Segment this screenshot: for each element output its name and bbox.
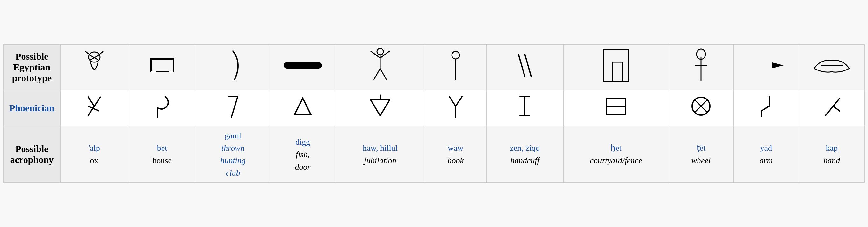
svg-point-9 [377, 49, 383, 55]
svg-line-1 [85, 51, 89, 54]
phoen-haw [336, 90, 425, 126]
proto-alphabet-table: Possible Egyptian prototype [3, 44, 865, 183]
acro-haw: haw, hillul jubilation [336, 126, 425, 183]
acro-het: ḥet courtyard/fence [563, 126, 669, 183]
acro-yad: yad arm [733, 126, 799, 183]
egypt-haw [336, 45, 425, 90]
svg-line-2 [100, 51, 103, 54]
acro-kap: kap hand [799, 126, 865, 183]
egypt-gaml [196, 45, 270, 90]
acro-bet-black: house [131, 154, 193, 167]
acro-alp: 'alp ox [60, 126, 128, 183]
egypt-yad [733, 45, 799, 90]
acrophony-row: Possible acrophony 'alp ox bet house gam… [3, 126, 865, 183]
acro-zen-black: handcuff [489, 154, 561, 167]
svg-line-14 [380, 68, 386, 80]
acro-bet: bet house [128, 126, 196, 183]
phoen-zen [486, 90, 563, 126]
acro-digg: digg fish,door [270, 126, 336, 183]
egypt-tet [669, 45, 734, 90]
egypt-alp [60, 45, 128, 90]
acro-alp-black: ox [63, 154, 126, 167]
phoen-alp [60, 90, 128, 126]
svg-line-17 [519, 54, 525, 77]
svg-rect-5 [151, 59, 173, 72]
acro-waw-black: hook [428, 154, 484, 167]
acro-haw-blue: haw, hillul [338, 142, 422, 154]
phoen-kap [799, 90, 865, 126]
svg-marker-28 [295, 98, 311, 114]
egypt-digg [270, 45, 336, 90]
svg-rect-8 [284, 62, 322, 68]
svg-line-25 [88, 96, 94, 106]
phoenician-row: Phoenician [3, 90, 865, 126]
svg-rect-20 [613, 62, 622, 81]
svg-line-13 [374, 68, 380, 80]
acro-digg-blue: digg [273, 136, 333, 148]
acro-het-black: courtyard/fence [566, 154, 666, 167]
acro-zen-blue: zen, ziqq [489, 142, 561, 154]
acro-waw: waw hook [425, 126, 486, 183]
acro-gaml-blue: gaml [199, 130, 267, 142]
acro-waw-blue: waw [428, 142, 484, 154]
egypt-row: Possible Egyptian prototype [3, 45, 865, 90]
acro-tet-black: wheel [672, 154, 731, 167]
svg-line-29 [371, 100, 380, 116]
phoen-tet [669, 90, 734, 126]
acrophony-row-header: Possible acrophony [3, 126, 61, 183]
acro-tet: ṭēt wheel [669, 126, 734, 183]
phoen-gaml [196, 90, 270, 126]
svg-point-15 [452, 51, 460, 59]
phoen-waw [425, 90, 486, 126]
phoen-het [563, 90, 669, 126]
acro-yad-black: arm [736, 154, 796, 167]
acro-haw-black: jubilation [338, 154, 422, 167]
acro-yad-blue: yad [736, 142, 796, 154]
acro-zen: zen, ziqq handcuff [486, 126, 563, 183]
acro-het-blue: ḥet [566, 142, 666, 154]
acro-gaml: gaml thrownhuntingclub [196, 126, 270, 183]
egypt-kap [799, 45, 865, 90]
acro-gaml-italic: thrownhuntingclub [199, 142, 267, 179]
acro-bet-blue: bet [131, 142, 193, 154]
phoenician-row-header: Phoenician [3, 90, 61, 126]
egypt-row-header: Possible Egyptian prototype [3, 45, 61, 90]
egypt-zen [486, 45, 563, 90]
main-table-wrapper: Possible Egyptian prototype [3, 44, 865, 183]
egypt-het [563, 45, 669, 90]
acro-tet-blue: ṭēt [672, 142, 731, 154]
egypt-waw [425, 45, 486, 90]
svg-line-30 [380, 100, 390, 116]
svg-line-18 [525, 54, 531, 77]
acro-alp-blue: 'alp [63, 142, 126, 154]
acro-kap-black: hand [802, 154, 862, 167]
acro-digg-black: fish,door [273, 148, 333, 173]
phoen-yad [733, 90, 799, 126]
svg-rect-19 [603, 50, 629, 81]
egypt-bet [128, 45, 196, 90]
phoen-bet [128, 90, 196, 126]
svg-point-0 [89, 52, 100, 62]
egypt-glyph-alp [82, 63, 107, 84]
phoen-digg [270, 90, 336, 126]
acro-kap-blue: kap [802, 142, 862, 154]
